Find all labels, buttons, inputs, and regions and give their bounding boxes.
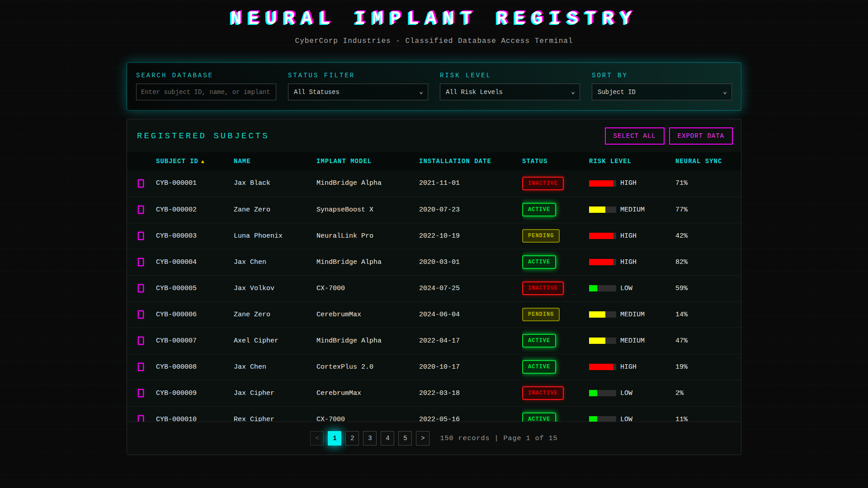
implant-model-cell: CerebrumMax xyxy=(316,380,419,406)
row-checkbox[interactable] xyxy=(138,284,144,292)
risk-bar xyxy=(589,233,616,239)
sort-select[interactable]: Subject ID ⌄ xyxy=(592,84,732,100)
status-cell: ACTIVE xyxy=(522,354,589,380)
column-header-installation-date[interactable]: INSTALLATION DATE xyxy=(419,152,522,170)
table-row: CYB-000008 Jax Chen CortexPlus 2.0 2020-… xyxy=(127,354,741,380)
page-button-4[interactable]: 4 xyxy=(381,431,394,446)
column-header-name[interactable]: NAME xyxy=(234,152,316,170)
status-filter-group: STATUS FILTER All Statuses ⌄ xyxy=(288,72,428,100)
subjects-table: SUBJECT ID▲ NAME IMPLANT MODEL INSTALLAT… xyxy=(127,152,741,433)
chevron-down-icon: ⌄ xyxy=(723,87,727,95)
risk-cell: MEDIUM xyxy=(589,301,675,328)
neural-sync-cell: 82% xyxy=(675,249,741,275)
pagination-bar: < 12345 > 150 records | Page 1 of 15 xyxy=(127,422,741,455)
subject-name-cell: Luna Phoenix xyxy=(234,223,316,249)
risk-filter-label: RISK LEVEL xyxy=(440,72,580,79)
subjects-panel-title: REGISTERED SUBJECTS xyxy=(137,131,269,141)
risk-bar-fill xyxy=(589,285,597,291)
implant-model-cell: MindBridge Alpha xyxy=(316,249,419,275)
column-header-subject-id[interactable]: SUBJECT ID▲ xyxy=(156,152,234,170)
risk-level-label: MEDIUM xyxy=(620,206,645,214)
column-header-implant-model[interactable]: IMPLANT MODEL xyxy=(316,152,419,170)
subject-name-cell: Jax Volkov xyxy=(234,275,316,301)
row-checkbox[interactable] xyxy=(138,206,144,214)
risk-bar xyxy=(589,180,616,187)
page-button-5[interactable]: 5 xyxy=(398,431,412,446)
risk-level-label: LOW xyxy=(620,285,632,292)
table-row: CYB-000004 Jax Chen MindBridge Alpha 202… xyxy=(127,249,741,275)
filter-panel: SEARCH DATABASE STATUS FILTER All Status… xyxy=(127,62,741,111)
risk-level-label: HIGH xyxy=(620,179,637,187)
status-badge: ACTIVE xyxy=(522,255,556,269)
select-all-button[interactable]: SELECT ALL xyxy=(605,127,665,145)
implant-model-cell: NeuralLink Pro xyxy=(316,223,419,249)
neural-sync-cell: 42% xyxy=(675,223,741,249)
search-input[interactable] xyxy=(136,84,276,100)
risk-cell: HIGH xyxy=(589,170,675,197)
sort-value: Subject ID xyxy=(598,89,636,96)
status-filter-select[interactable]: All Statuses ⌄ xyxy=(288,84,428,100)
column-header-risk-level[interactable]: RISK LEVEL xyxy=(589,152,675,170)
risk-bar xyxy=(589,311,616,318)
column-header-neural-sync[interactable]: NEURAL SYNC xyxy=(675,152,741,170)
sort-group: SORT BY Subject ID ⌄ xyxy=(592,72,732,100)
row-checkbox[interactable] xyxy=(138,258,144,266)
page-subtitle: CyberCorp Industries - Classified Databa… xyxy=(0,37,868,45)
sort-label: SORT BY xyxy=(592,72,732,79)
page-button-3[interactable]: 3 xyxy=(363,431,377,446)
risk-bar-fill xyxy=(589,390,597,396)
export-data-button[interactable]: EXPORT DATA xyxy=(669,127,733,145)
page-title: NEURAL IMPLANT REGISTRY xyxy=(0,8,868,30)
neural-sync-cell: 59% xyxy=(675,275,741,301)
table-row: CYB-000009 Jax Cipher CerebrumMax 2022-0… xyxy=(127,380,741,406)
page-button-2[interactable]: 2 xyxy=(345,431,359,446)
previous-page-button[interactable]: < xyxy=(310,431,324,446)
search-group: SEARCH DATABASE xyxy=(136,72,276,100)
sort-ascending-icon: ▲ xyxy=(201,159,205,164)
risk-bar-fill xyxy=(589,338,605,344)
status-badge: ACTIVE xyxy=(522,334,556,347)
subject-name-cell: Jax Black xyxy=(234,170,316,197)
risk-bar xyxy=(589,285,616,291)
row-checkbox[interactable] xyxy=(138,389,144,397)
risk-bar xyxy=(589,206,616,213)
risk-filter-group: RISK LEVEL All Risk Levels ⌄ xyxy=(440,72,580,100)
row-checkbox[interactable] xyxy=(138,363,144,371)
risk-cell: LOW xyxy=(589,275,675,301)
installation-date-cell: 2020-07-23 xyxy=(419,197,522,223)
neural-sync-cell: 2% xyxy=(675,380,741,406)
installation-date-cell: 2022-03-18 xyxy=(419,380,522,406)
implant-model-cell: CortexPlus 2.0 xyxy=(316,354,419,380)
status-cell: ACTIVE xyxy=(522,328,589,354)
neural-sync-cell: 19% xyxy=(675,354,741,380)
risk-cell: MEDIUM xyxy=(589,328,675,354)
risk-bar-fill xyxy=(589,259,613,265)
risk-filter-select[interactable]: All Risk Levels ⌄ xyxy=(440,84,580,100)
status-badge: PENDING xyxy=(522,229,560,243)
next-page-button[interactable]: > xyxy=(416,431,429,446)
header-checkbox-cell xyxy=(127,152,156,170)
panel-actions: SELECT ALL EXPORT DATA xyxy=(605,127,733,145)
status-cell: ACTIVE xyxy=(522,197,589,223)
risk-bar xyxy=(589,390,616,396)
installation-date-cell: 2024-07-25 xyxy=(419,275,522,301)
status-cell: PENDING xyxy=(522,223,589,249)
row-checkbox[interactable] xyxy=(138,337,144,345)
row-checkbox[interactable] xyxy=(138,232,144,240)
row-checkbox[interactable] xyxy=(138,179,144,188)
column-header-status[interactable]: STATUS xyxy=(522,152,589,170)
page-button-1[interactable]: 1 xyxy=(328,431,341,446)
risk-bar xyxy=(589,259,616,265)
table-row: CYB-000005 Jax Volkov CX-7000 2024-07-25… xyxy=(127,275,741,301)
subject-name-cell: Zane Zero xyxy=(234,197,316,223)
chevron-down-icon: ⌄ xyxy=(571,87,575,95)
subjects-table-body: CYB-000001 Jax Black MindBridge Alpha 20… xyxy=(127,170,741,432)
subject-name-cell: Jax Chen xyxy=(234,354,316,380)
implant-model-cell: MindBridge Alpha xyxy=(316,170,419,197)
page-header: NEURAL IMPLANT REGISTRY CyberCorp Indust… xyxy=(0,0,868,45)
risk-bar xyxy=(589,338,616,344)
installation-date-cell: 2021-11-01 xyxy=(419,170,522,197)
implant-model-cell: CX-7000 xyxy=(316,275,419,301)
row-checkbox[interactable] xyxy=(138,310,144,319)
status-cell: INACTIVE xyxy=(522,275,589,301)
